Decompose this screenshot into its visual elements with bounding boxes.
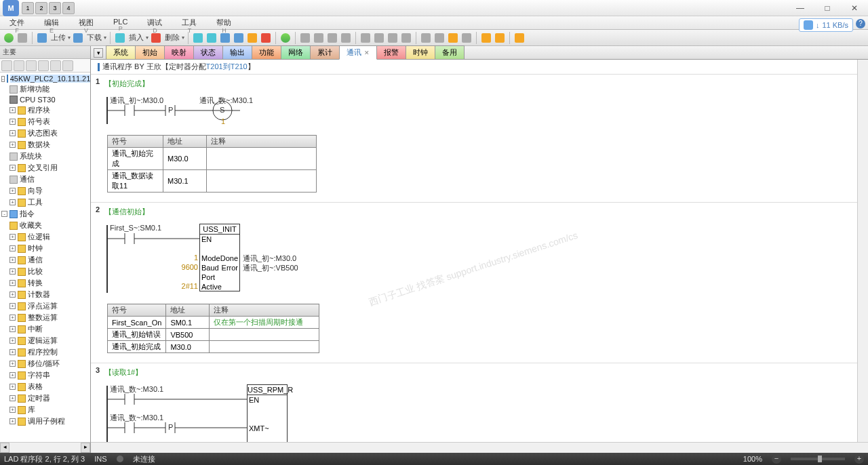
tab-function[interactable]: 功能 <box>252 45 281 59</box>
network-2[interactable]: 2 【通信初始】 First_S~:SM0.1 USS_INIT EN Mode <box>91 202 868 363</box>
tree-stat[interactable]: 状态图表 <box>28 128 58 138</box>
tree-lib[interactable]: 库 <box>28 405 35 415</box>
tree-conv[interactable]: 转换 <box>28 278 43 288</box>
tab-output[interactable]: 输出 <box>222 45 252 59</box>
ladder-canvas[interactable]: 通讯程序 BY 王欣【定时器分配T201到T210】 1 【初始完成】 <box>91 60 868 442</box>
tree-float[interactable]: 浮点运算 <box>28 301 58 311</box>
expand-icon[interactable]: + <box>9 130 16 136</box>
expand-icon[interactable]: - <box>1 211 7 217</box>
qat-btn-1[interactable]: 1 <box>22 2 34 14</box>
tab-clock[interactable]: 时钟 <box>406 45 435 59</box>
sbt-2[interactable] <box>14 60 24 71</box>
tb-icon-5[interactable] <box>246 32 258 44</box>
tb-icon-11[interactable] <box>340 32 352 44</box>
fb-uss-rpm-r[interactable]: USS_RPM_R EN XMT~ Drive Param Index DB_P… <box>247 384 288 442</box>
zoom-in-button[interactable]: + <box>854 454 864 464</box>
expand-icon[interactable]: + <box>9 268 16 275</box>
sbt-1[interactable] <box>1 60 12 71</box>
tb-icon-16[interactable] <box>420 32 432 44</box>
tree-shift[interactable]: 移位/循环 <box>28 359 60 369</box>
tree-clock[interactable]: 时钟 <box>28 243 43 254</box>
sbt-4[interactable] <box>38 60 49 71</box>
network-1[interactable]: 1 【初始完成】 通讯_初~:M30.0 <box>91 74 868 202</box>
tree-cpu[interactable]: CPU ST30 <box>20 96 56 104</box>
expand-icon[interactable]: - <box>1 76 5 82</box>
expand-icon[interactable]: + <box>9 326 16 332</box>
tree-xref[interactable]: 交叉引用 <box>28 163 58 173</box>
tree-cmp[interactable]: 比较 <box>28 266 43 277</box>
tb-icon-14[interactable] <box>387 32 399 44</box>
expand-icon[interactable]: + <box>9 291 16 298</box>
expand-icon[interactable]: + <box>9 234 16 240</box>
tb-icon-8[interactable] <box>299 32 311 44</box>
tree-instr[interactable]: 指令 <box>20 209 35 219</box>
maximize-button[interactable]: □ <box>814 1 841 16</box>
expand-icon[interactable]: + <box>9 107 16 113</box>
tb-icon-17[interactable] <box>433 32 446 44</box>
tree-prog[interactable]: 程序块 <box>28 105 50 115</box>
insert-button[interactable] <box>114 32 126 44</box>
expand-icon[interactable]: + <box>9 303 16 309</box>
project-tree[interactable]: -45KW_PLC2_10.111.212.1: 新增功能 CPU ST30 +… <box>0 73 90 442</box>
tab-alarm[interactable]: 报警 <box>376 45 406 59</box>
help-button[interactable]: ? <box>856 19 865 28</box>
sidebar-hscroll[interactable]: ◂ ▸ <box>0 442 90 453</box>
sbt-6[interactable] <box>62 60 73 71</box>
expand-icon[interactable]: + <box>9 245 16 251</box>
expand-icon[interactable]: + <box>9 165 16 171</box>
tab-status[interactable]: 状态 <box>193 45 223 59</box>
tree-project[interactable]: 45KW_PLC2_10.111.212.1: <box>10 75 90 83</box>
expand-icon[interactable]: + <box>9 407 16 413</box>
zoom-out-button[interactable]: − <box>772 454 781 464</box>
tb-icon-21[interactable] <box>494 32 506 44</box>
tb-icon-15[interactable] <box>400 32 412 44</box>
tree-wiz[interactable]: 向导 <box>28 186 43 196</box>
tb-icon-4[interactable] <box>233 32 245 44</box>
tree-fav[interactable]: 收藏夹 <box>20 220 42 230</box>
minimize-button[interactable]: — <box>787 1 814 16</box>
tab-close-icon[interactable]: ✕ <box>364 49 370 56</box>
tree-tbl[interactable]: 表格 <box>28 382 43 392</box>
expand-icon[interactable]: + <box>9 338 16 344</box>
tb-icon-19[interactable] <box>460 32 473 44</box>
menu-plc[interactable]: PLCP <box>104 16 138 29</box>
tb-icon-13[interactable] <box>373 32 385 44</box>
tree-logic[interactable]: 逻辑运算 <box>28 336 58 346</box>
scroll-left-icon[interactable]: ◂ <box>0 443 9 453</box>
sbt-5[interactable] <box>50 60 61 71</box>
app-orb[interactable]: M <box>3 0 19 16</box>
expand-icon[interactable]: + <box>9 142 16 148</box>
tab-accumulate[interactable]: 累计 <box>310 45 340 59</box>
qat-btn-2[interactable]: 2 <box>35 2 47 14</box>
sbt-3[interactable] <box>26 60 37 71</box>
tree-comms[interactable]: 通信 <box>28 255 43 265</box>
menu-file[interactable]: 文件F <box>0 16 35 29</box>
tb-icon-3[interactable] <box>219 32 231 44</box>
zoom-slider[interactable] <box>791 458 845 460</box>
tb-icon-10[interactable] <box>326 32 338 44</box>
tree-call[interactable]: 调用子例程 <box>28 416 65 426</box>
network-3[interactable]: 3 【读取1#】 通讯_数~:M30.1 <box>91 363 868 442</box>
menu-debug[interactable]: 调试D <box>138 16 172 29</box>
editor-hscroll[interactable] <box>91 442 868 453</box>
expand-icon[interactable]: + <box>9 395 16 401</box>
tab-comm-active[interactable]: 通讯✕ <box>339 45 377 60</box>
tree-pctl[interactable]: 程序控制 <box>28 347 58 357</box>
expand-icon[interactable]: + <box>9 418 16 424</box>
tb-icon-12[interactable] <box>359 32 372 44</box>
expand-icon[interactable]: + <box>9 257 16 263</box>
fb-uss-init[interactable]: USS_INIT EN Mode Baud Port Active Done E… <box>199 224 240 291</box>
tab-network[interactable]: 网络 <box>281 45 311 59</box>
tree-comm[interactable]: 通信 <box>20 174 35 184</box>
tree-newfn[interactable]: 新增功能 <box>20 84 50 94</box>
tb-icon-20[interactable] <box>480 32 492 44</box>
tab-begin[interactable]: 初始 <box>135 45 165 59</box>
tb-icon-18[interactable] <box>447 32 459 44</box>
tree-str[interactable]: 字符串 <box>28 370 50 380</box>
tb-icon-9[interactable] <box>313 32 325 44</box>
download-button[interactable] <box>72 32 84 44</box>
tb-btn-2[interactable] <box>16 32 28 44</box>
tree-cnt[interactable]: 计数器 <box>28 289 50 300</box>
menu-help[interactable]: 帮助H <box>207 16 241 29</box>
tree-tmr[interactable]: 定时器 <box>28 393 50 403</box>
